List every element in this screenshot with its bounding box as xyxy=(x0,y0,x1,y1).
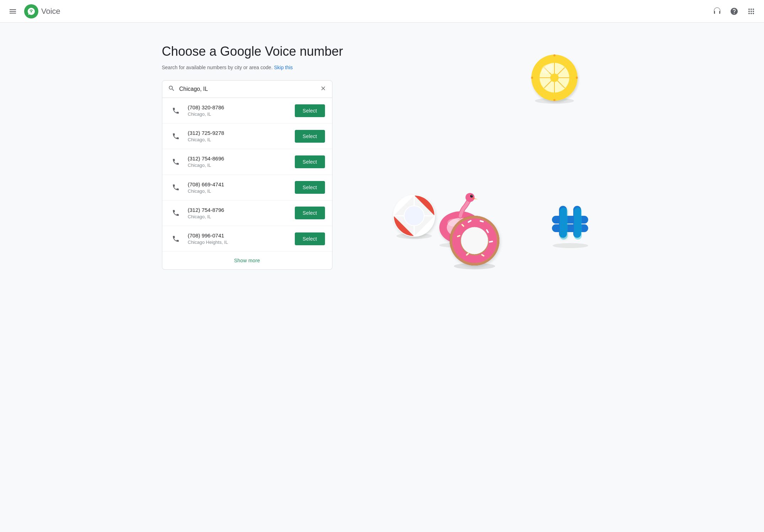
phone-number: (708) 996-0741 xyxy=(188,232,295,239)
skip-link[interactable]: Skip this xyxy=(274,65,293,70)
table-row: (708) 320-8786 Chicago, IL Select xyxy=(162,98,332,124)
svg-point-26 xyxy=(550,73,559,82)
svg-rect-36 xyxy=(552,224,588,232)
phone-location: Chicago, IL xyxy=(188,214,295,220)
search-input[interactable] xyxy=(179,86,316,92)
table-row: (708) 669-4741 Chicago, IL Select xyxy=(162,175,332,201)
svg-point-28 xyxy=(553,99,556,101)
show-more-row: Show more xyxy=(162,252,332,269)
svg-point-15 xyxy=(465,193,474,202)
svg-point-44 xyxy=(461,227,488,254)
phone-location: Chicago Heights, IL xyxy=(188,239,295,246)
select-button[interactable]: Select xyxy=(295,130,325,143)
svg-point-1 xyxy=(31,11,32,12)
donut-icon xyxy=(446,213,503,270)
select-button[interactable]: Select xyxy=(295,104,325,117)
select-button[interactable]: Select xyxy=(295,232,325,245)
svg-point-29 xyxy=(531,77,533,79)
headset-button[interactable] xyxy=(710,4,724,18)
page-subtitle: Search for available numbers by city or … xyxy=(162,65,368,70)
phone-number: (708) 669-4741 xyxy=(188,181,295,188)
table-row: (312) 754-8796 Chicago, IL Select xyxy=(162,201,332,226)
phone-location: Chicago, IL xyxy=(188,111,295,117)
help-button[interactable] xyxy=(727,4,741,18)
svg-point-27 xyxy=(553,54,556,56)
select-button[interactable]: Select xyxy=(295,207,325,219)
logo-area: Voice xyxy=(24,4,60,18)
svg-point-30 xyxy=(576,77,578,79)
main-content: Choose a Google Voice number Search for … xyxy=(134,23,631,291)
number-info: (708) 996-0741 Chicago Heights, IL xyxy=(188,232,295,246)
phone-number: (312) 725-9278 xyxy=(188,129,295,137)
number-info: (312) 725-9278 Chicago, IL xyxy=(188,129,295,143)
clear-icon[interactable] xyxy=(320,85,326,93)
search-container xyxy=(162,80,332,98)
page-title: Choose a Google Voice number xyxy=(162,44,368,59)
phone-icon xyxy=(169,155,182,168)
number-info: (312) 754-8796 Chicago, IL xyxy=(188,206,295,220)
number-info: (708) 669-4741 Chicago, IL xyxy=(188,181,295,194)
select-button[interactable]: Select xyxy=(295,155,325,168)
phone-location: Chicago, IL xyxy=(188,137,295,143)
svg-point-32 xyxy=(553,243,588,248)
phone-location: Chicago, IL xyxy=(188,162,295,169)
show-more-button[interactable]: Show more xyxy=(234,258,260,263)
citrus-float-icon xyxy=(528,51,581,104)
results-list: (708) 320-8786 Chicago, IL Select (312) … xyxy=(162,98,332,270)
select-button[interactable]: Select xyxy=(295,181,325,194)
search-icon xyxy=(168,85,175,93)
phone-icon xyxy=(169,232,182,245)
number-info: (312) 754-8696 Chicago, IL xyxy=(188,155,295,169)
menu-button[interactable] xyxy=(6,4,20,18)
table-row: (312) 725-9278 Chicago, IL Select xyxy=(162,124,332,149)
phone-number: (708) 320-8786 xyxy=(188,104,295,111)
phone-location: Chicago, IL xyxy=(188,188,295,194)
subtitle-text: Search for available numbers by city or … xyxy=(162,65,273,70)
svg-point-17 xyxy=(471,196,472,197)
table-row: (312) 754-8696 Chicago, IL Select xyxy=(162,149,332,175)
apps-button[interactable] xyxy=(744,4,758,18)
hashtag-icon xyxy=(546,199,595,248)
phone-number: (312) 754-8696 xyxy=(188,155,295,162)
phone-icon xyxy=(169,207,182,219)
app-header: Voice xyxy=(0,0,764,23)
svg-rect-37 xyxy=(560,208,568,240)
app-title: Voice xyxy=(41,7,60,16)
phone-icon xyxy=(169,104,182,117)
phone-icon xyxy=(169,130,182,143)
phone-icon xyxy=(169,181,182,194)
phone-number: (312) 754-8796 xyxy=(188,206,295,214)
table-row: (708) 996-0741 Chicago Heights, IL Selec… xyxy=(162,226,332,252)
content-area: Choose a Google Voice number Search for … xyxy=(162,44,368,270)
number-info: (708) 320-8786 Chicago, IL xyxy=(188,104,295,117)
illustration-area xyxy=(382,44,602,270)
svg-rect-38 xyxy=(574,208,582,240)
header-left: Voice xyxy=(6,4,60,18)
header-right xyxy=(710,4,758,18)
svg-rect-35 xyxy=(552,216,588,224)
voice-logo-icon xyxy=(24,4,38,18)
